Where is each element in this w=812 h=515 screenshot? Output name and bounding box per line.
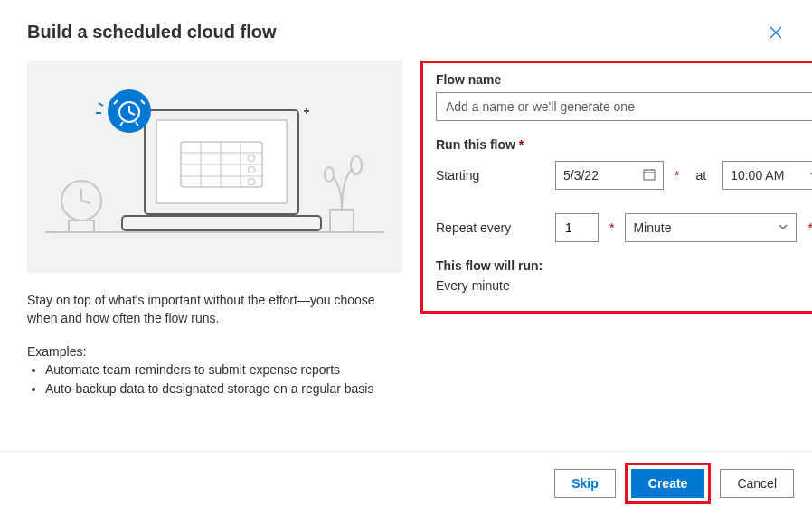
starting-date-input[interactable]: 5/3/22 (555, 161, 664, 190)
required-mark: * (675, 168, 679, 183)
starting-label: Starting (436, 168, 544, 183)
flow-name-section: Flow name (436, 72, 812, 121)
svg-point-7 (325, 167, 334, 182)
run-flow-label: Run this flow * (436, 137, 812, 152)
starting-time-select[interactable]: 10:00 AM (722, 161, 812, 190)
description-text: Stay on top of what's important without … (27, 291, 402, 328)
date-value: 5/3/22 (563, 168, 599, 183)
svg-rect-4 (69, 220, 94, 232)
svg-rect-31 (644, 170, 655, 180)
illustration (27, 61, 402, 273)
starting-row: Starting 5/3/22 * at 10:00 AM (436, 161, 812, 190)
unit-value: Minute (633, 220, 671, 235)
svg-rect-5 (330, 210, 354, 232)
svg-line-3 (81, 201, 90, 203)
repeat-label: Repeat every (436, 220, 544, 235)
svg-line-28 (99, 103, 103, 106)
dialog-title: Build a scheduled cloud flow (27, 22, 277, 42)
examples-list: Automate team reminders to submit expens… (27, 360, 402, 399)
repeat-row: Repeat every * Minute * (436, 213, 812, 242)
create-highlight: Create (625, 463, 712, 504)
example-item: Auto-backup data to designated storage o… (45, 379, 402, 399)
close-button[interactable] (767, 23, 785, 42)
form-panel: Flow name Run this flow * Starting 5/3/2… (420, 61, 812, 314)
examples-label: Examples: (27, 344, 402, 359)
flow-name-input[interactable] (436, 92, 812, 121)
run-flow-section: Run this flow * Starting 5/3/22 * at 10:… (436, 137, 812, 242)
repeat-unit-select[interactable]: Minute (625, 213, 797, 242)
close-icon (769, 25, 783, 40)
chevron-down-icon (808, 168, 812, 183)
calendar-icon (643, 168, 656, 183)
cancel-button[interactable]: Cancel (720, 469, 794, 498)
at-label: at (695, 168, 706, 183)
required-mark: * (807, 220, 812, 235)
svg-rect-10 (122, 216, 321, 230)
skip-button[interactable]: Skip (554, 469, 616, 498)
svg-rect-9 (156, 120, 287, 203)
example-item: Automate team reminders to submit expens… (45, 360, 402, 380)
summary-text: Every minute (436, 278, 812, 293)
summary-label: This flow will run: (436, 258, 812, 273)
dialog-body: Stay on top of what's important without … (0, 52, 812, 399)
create-button[interactable]: Create (631, 469, 705, 498)
flow-name-label: Flow name (436, 72, 812, 87)
required-mark: * (609, 220, 614, 235)
chevron-down-icon (778, 220, 788, 235)
dialog-header: Build a scheduled cloud flow (0, 0, 812, 52)
time-value: 10:00 AM (731, 168, 784, 183)
svg-point-6 (351, 156, 362, 174)
left-column: Stay on top of what's important without … (27, 61, 402, 399)
dialog-footer: Skip Create Cancel (0, 451, 812, 515)
repeat-value-input[interactable] (555, 213, 599, 242)
